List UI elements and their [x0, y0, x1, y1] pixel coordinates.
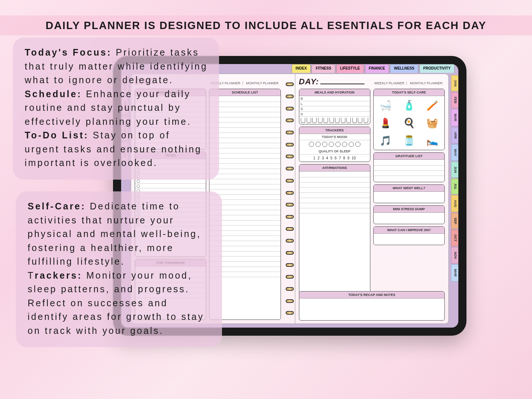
month-tab-jan[interactable]: JAN — [451, 75, 458, 91]
gratitude-box[interactable]: GRATITUDE LIST — [373, 152, 445, 182]
top-tab-finance[interactable]: FINANCE — [365, 64, 389, 73]
spiral-ring — [286, 311, 294, 315]
water-cup[interactable] — [346, 118, 351, 123]
top-tab-lifestyle[interactable]: LIFESTYLE — [336, 64, 364, 73]
schedule-head: SCHEDULE LIST — [209, 89, 280, 96]
top-tabs: INDEXFITNESSLIFESTYLEFINANCEWELLNESSPROD… — [292, 64, 455, 73]
water-cup[interactable] — [358, 118, 362, 123]
sleep-rating-10[interactable]: 10 — [352, 156, 356, 160]
sleep-rating-9[interactable]: 9 — [348, 156, 350, 160]
month-tab-apr[interactable]: APR — [451, 127, 458, 144]
mood-label: TODAY'S MOOD — [299, 134, 370, 140]
top-tab-productivity[interactable]: PRODUCTIVITY — [419, 64, 455, 73]
spiral-ring — [286, 107, 294, 110]
sleep-rating-1[interactable]: 1 — [313, 156, 316, 160]
sleep-icon[interactable]: 🛌 — [424, 133, 440, 148]
weekly-link[interactable]: WEEKLY PLANNER — [372, 81, 407, 85]
top-tab-index[interactable]: INDEX — [292, 64, 311, 73]
mood-circle[interactable] — [349, 142, 354, 147]
water-cup[interactable] — [318, 118, 323, 123]
spiral-ring — [286, 299, 294, 303]
spiral-ring — [286, 203, 294, 206]
month-tab-feb[interactable]: FEB — [451, 92, 458, 108]
sleep-rating-2[interactable]: 2 — [318, 156, 320, 160]
spiral-ring — [286, 263, 294, 267]
jar-icon[interactable]: 🫙 — [401, 133, 417, 148]
month-tabs: JANFEBMARAPRMAYJUNJULAUGSEPOCTNOVMAR — [451, 75, 458, 282]
water-cup[interactable] — [352, 118, 357, 123]
sleep-rating-3[interactable]: 3 — [322, 156, 324, 160]
well-head: WHAT WENT WELL? — [374, 185, 444, 192]
month-tab-jul[interactable]: JUL — [451, 179, 458, 194]
mood-circle[interactable] — [335, 142, 341, 147]
callout-bottom: Self-Care: Dedicate time to activities t… — [16, 191, 222, 347]
day-label-right[interactable]: DAY: — [299, 77, 365, 86]
meals-box[interactable]: MEALS AND HYDRATION B L S D — [299, 89, 370, 124]
laundry-icon[interactable]: 🧺 — [424, 115, 440, 131]
month-tab-oct[interactable]: OCT — [451, 230, 458, 246]
monthly-link[interactable]: MONTHLY PLANNER — [244, 81, 281, 85]
water-cup[interactable] — [341, 118, 345, 123]
spiral-ring — [286, 239, 294, 243]
makeup-icon[interactable]: 💄 — [378, 115, 393, 131]
top-tab-wellness[interactable]: WELLNESS — [390, 64, 419, 73]
mood-circle[interactable] — [322, 142, 327, 147]
skincare-icon[interactable]: 🧴 — [401, 98, 417, 113]
music-icon[interactable]: 🎵 — [378, 133, 393, 148]
planner-page-right: DAY: WEEKLY PLANNER MONTHLY PLANNER MEAL… — [295, 74, 449, 324]
monthly-link[interactable]: MONTHLY PLANNER — [408, 81, 445, 85]
water-cup[interactable] — [335, 118, 339, 123]
callout-text: Today's Focus: Prioritize tasks that tru… — [25, 46, 208, 170]
spiral-ring — [286, 131, 294, 134]
month-tab-sep[interactable]: SEP — [451, 213, 458, 229]
sleep-rating-4[interactable]: 4 — [326, 156, 328, 160]
trackers-head: TRACKERS — [299, 127, 370, 134]
hydration-cups[interactable] — [299, 117, 370, 124]
water-cup[interactable] — [364, 118, 368, 123]
sleep-scale[interactable]: 12345678910 — [299, 155, 370, 162]
month-tab-mar[interactable]: MAR — [451, 109, 458, 126]
water-cup[interactable] — [307, 118, 311, 123]
recap-box[interactable]: TODAY'S RECAP AND NOTES — [299, 291, 445, 321]
spiral-ring — [286, 251, 294, 255]
cooking-icon[interactable]: 🍳 — [401, 115, 417, 131]
sleep-label: QUALITY OF SLEEP — [299, 148, 370, 155]
mood-circles[interactable] — [299, 140, 370, 148]
spiral-ring — [286, 191, 294, 195]
month-tab-aug[interactable]: AUG — [451, 195, 458, 212]
month-tab-nov[interactable]: NOV — [451, 247, 458, 264]
selfcare-icons[interactable]: 🛁 🧴 🪥 💄 🍳 🧺 🎵 🫙 🛌 — [374, 96, 444, 150]
top-tab-fitness[interactable]: FITNESS — [311, 64, 335, 73]
sleep-rating-8[interactable]: 8 — [343, 156, 345, 160]
stress-box[interactable]: MINI STRESS DUMP — [373, 205, 445, 224]
sleep-rating-7[interactable]: 7 — [339, 156, 341, 160]
todo-item[interactable] — [135, 179, 206, 184]
sleep-rating-5[interactable]: 5 — [330, 156, 332, 160]
mood-circle[interactable] — [309, 142, 314, 147]
mood-circle[interactable] — [342, 142, 347, 147]
toothbrush-icon[interactable]: 🪥 — [424, 98, 440, 113]
todo-item[interactable] — [135, 184, 206, 188]
mood-circle[interactable] — [355, 142, 360, 147]
bath-icon[interactable]: 🛁 — [378, 98, 393, 113]
spiral-ring — [286, 119, 294, 122]
month-tab-may[interactable]: MAY — [451, 144, 458, 161]
water-cup[interactable] — [312, 118, 317, 123]
spiral-ring — [286, 95, 294, 98]
meals-head: MEALS AND HYDRATION — [299, 89, 370, 96]
month-tab-jun[interactable]: JUN — [451, 162, 458, 178]
mood-circle[interactable] — [316, 142, 321, 147]
improve-box[interactable]: WHAT CAN I IMPROVE ON? — [373, 226, 445, 245]
trackers-box[interactable]: TRACKERS TODAY'S MOOD QUALITY OF SLEEP 1… — [299, 127, 370, 162]
month-tab-mar[interactable]: MAR — [451, 264, 458, 282]
page-links-right: WEEKLY PLANNER MONTHLY PLANNER — [372, 81, 445, 85]
water-cup[interactable] — [330, 118, 334, 123]
water-cup[interactable] — [301, 118, 305, 123]
spiral-ring — [286, 82, 294, 86]
spiral-ring — [286, 155, 294, 158]
well-box[interactable]: WHAT WENT WELL? — [373, 184, 445, 203]
water-cup[interactable] — [324, 118, 328, 123]
mood-circle[interactable] — [329, 142, 334, 147]
sleep-rating-6[interactable]: 6 — [335, 156, 337, 160]
selfcare-box[interactable]: TODAY'S SELF CARE 🛁 🧴 🪥 💄 🍳 🧺 🎵 🫙 — [373, 89, 445, 150]
